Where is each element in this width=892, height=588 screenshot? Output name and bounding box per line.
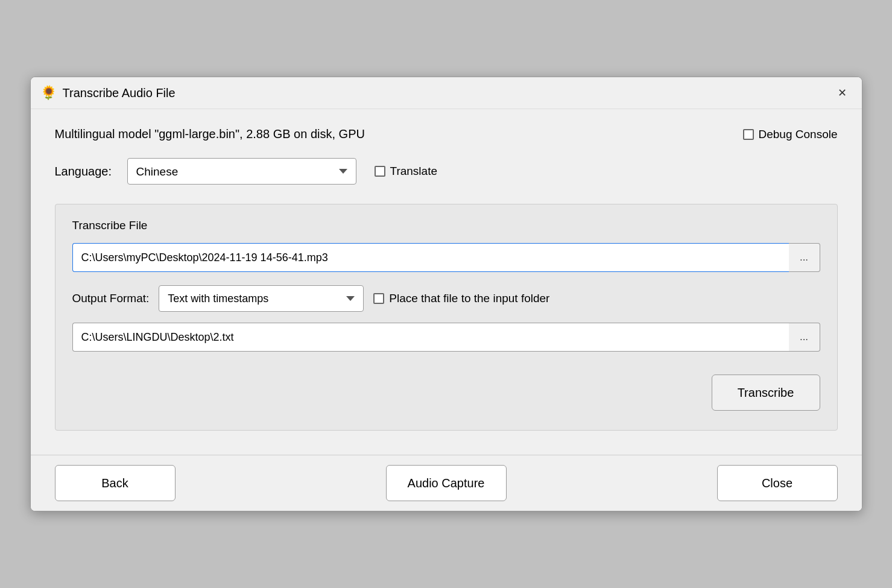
debug-console-checkbox-container[interactable]: Debug Console	[743, 128, 838, 141]
output-format-select[interactable]: Text only Text with timestamps SRT subti…	[159, 285, 364, 312]
bottom-bar: Back Audio Capture Close	[31, 455, 862, 511]
model-info-text: Multilingual model "ggml-large.bin", 2.8…	[55, 127, 365, 141]
translate-container: Translate	[375, 165, 438, 178]
transcribe-btn-row: Transcribe	[72, 365, 820, 416]
transcribe-file-section: Transcribe File ... Output Format: Text …	[55, 204, 838, 431]
main-content: Multilingual model "ggml-large.bin", 2.8…	[31, 109, 862, 455]
close-button[interactable]: Close	[717, 465, 838, 501]
input-file-path[interactable]	[72, 243, 789, 272]
output-browse-button[interactable]: ...	[789, 323, 820, 352]
language-select[interactable]: Auto Detect Chinese English Japanese Spa…	[127, 158, 356, 185]
output-file-row: ...	[72, 323, 820, 352]
audio-capture-button[interactable]: Audio Capture	[386, 465, 507, 501]
transcribe-button[interactable]: Transcribe	[712, 375, 820, 411]
debug-console-row: Debug Console	[743, 128, 838, 141]
output-file-path[interactable]	[72, 323, 789, 352]
main-window: 🌻 Transcribe Audio File ✕ Multilingual m…	[30, 77, 862, 511]
window-close-button[interactable]: ✕	[833, 83, 852, 103]
input-file-row: ...	[72, 243, 820, 272]
model-info-row: Multilingual model "ggml-large.bin", 2.8…	[55, 127, 838, 141]
place-file-checkbox-container[interactable]: Place that file to the input folder	[373, 292, 549, 305]
title-bar-left: 🌻 Transcribe Audio File	[40, 85, 176, 101]
input-browse-button[interactable]: ...	[789, 243, 820, 272]
translate-checkbox[interactable]	[375, 166, 385, 177]
translate-label: Translate	[390, 165, 438, 178]
app-icon: 🌻	[40, 85, 57, 101]
place-file-checkbox[interactable]	[373, 293, 384, 304]
title-bar: 🌻 Transcribe Audio File ✕	[31, 77, 862, 109]
transcribe-file-title: Transcribe File	[72, 219, 820, 232]
window-title: Transcribe Audio File	[63, 86, 176, 100]
language-label: Language:	[55, 165, 115, 179]
back-button[interactable]: Back	[55, 465, 176, 501]
place-file-label: Place that file to the input folder	[389, 292, 549, 305]
debug-console-label: Debug Console	[759, 128, 838, 141]
output-format-row: Output Format: Text only Text with times…	[72, 285, 820, 312]
language-row: Language: Auto Detect Chinese English Ja…	[55, 158, 838, 185]
translate-checkbox-container[interactable]: Translate	[375, 165, 438, 178]
output-format-label: Output Format:	[72, 292, 150, 305]
debug-console-checkbox[interactable]	[743, 129, 754, 140]
place-file-container: Place that file to the input folder	[373, 292, 549, 305]
